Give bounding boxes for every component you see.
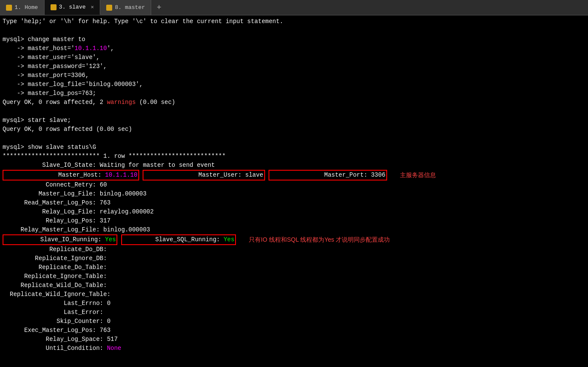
slave-io-running-value: Yes xyxy=(105,236,116,243)
slave-sql-running-row: Slave_SQL_Running: Yes xyxy=(121,234,236,245)
slave-io-state: Slave_IO_State: Waiting for master to se… xyxy=(3,161,585,170)
slave-io-running-row: Slave_IO_Running: Yes xyxy=(3,234,117,245)
separator: *************************** 1. row *****… xyxy=(3,152,585,161)
tab-master-icon xyxy=(106,5,112,11)
running-group: Slave_IO_Running: Yes Slave_SQL_Running:… xyxy=(3,234,585,245)
master-host-val-inline: 10.1.1.10 xyxy=(75,45,107,52)
blank2 xyxy=(3,107,585,116)
cm-line4: -> master_port=3306, xyxy=(3,71,585,80)
relay-log-space: Relay_Log_Space: 517 xyxy=(3,335,585,344)
replicate-do-table: Replicate_Do_Table: xyxy=(3,263,585,272)
start-slave-cmd: mysql> start slave; xyxy=(3,116,585,125)
terminal: Type 'help;' or '\h' for help. Type '\c'… xyxy=(0,15,588,367)
until-condition: Until_Condition: None xyxy=(3,344,585,353)
master-user-value: slave xyxy=(245,172,263,178)
cm-line2: -> master_user='slave', xyxy=(3,53,585,62)
replicate-do-db: Replicate_Do_DB: xyxy=(3,245,585,254)
replicate-wild-do-table: Replicate_Wild_Do_Table: xyxy=(3,281,585,290)
master-info-group: Master_Host: 10.1.1.10 Master_User: slav… xyxy=(3,170,585,181)
replicate-ignore-table: Replicate_Ignore_Table: xyxy=(3,272,585,281)
last-error: Last_Error: xyxy=(3,308,585,317)
relay-log-file: Relay_Log_File: relaylog.000002 xyxy=(3,207,585,216)
tab-slave-icon xyxy=(51,4,57,10)
tab-master-label: 8. master xyxy=(115,4,145,11)
tab-slave-close[interactable]: ✕ xyxy=(91,4,94,10)
tab-slave-label: 3. slave xyxy=(59,4,86,10)
relay-master-log-file: Relay_Master_Log_File: binlog.000003 xyxy=(3,225,585,234)
master-port-value: 3306 xyxy=(371,172,385,178)
tab-master[interactable]: 8. master xyxy=(100,0,151,15)
show-slave-cmd: mysql> show slave status\G xyxy=(3,143,585,152)
skip-counter: Skip_Counter: 0 xyxy=(3,317,585,326)
running-box: Slave_IO_Running: Yes Slave_SQL_Running:… xyxy=(3,234,236,245)
change-master-cmd: mysql> change master to xyxy=(3,35,585,44)
tab-bar: 1. Home 3. slave ✕ 8. master + xyxy=(0,0,588,15)
slave-sql-running-value: Yes xyxy=(224,236,234,243)
exec-master-log-pos: Exec_Master_Log_Pos: 763 xyxy=(3,326,585,335)
replicate-wild-ignore: Replicate_Wild_Ignore_Table: xyxy=(3,290,585,299)
last-errno: Last_Errno: 0 xyxy=(3,299,585,308)
tab-home-icon xyxy=(6,5,12,11)
master-host-row: Master_Host: 10.1.1.10 xyxy=(3,170,139,181)
master-user-row: Master_User: slave xyxy=(143,170,265,181)
annotation-running-label: 只有IO 线程和SQL 线程都为Yes 才说明同步配置成功 xyxy=(249,235,390,244)
blank3 xyxy=(3,134,585,143)
master-host-value: 10.1.1.10 xyxy=(105,172,137,178)
warnings-text: warnings xyxy=(107,99,136,106)
tab-home[interactable]: 1. Home xyxy=(0,0,45,15)
replicate-ignore-db: Replicate_Ignore_DB: xyxy=(3,254,585,263)
until-condition-value: None xyxy=(107,345,122,352)
connect-retry: Connect_Retry: 60 xyxy=(3,181,585,189)
master-log-file: Master_Log_File: binlog.000003 xyxy=(3,189,585,198)
cm-line5: -> master_log_file='binlog.000003', xyxy=(3,80,585,89)
new-tab-button[interactable]: + xyxy=(151,0,167,15)
tab-slave[interactable]: 3. slave ✕ xyxy=(45,0,101,15)
query-ok-start: Query OK, 0 rows affected (0.00 sec) xyxy=(3,125,585,134)
annotation-master-label: 主服务器信息 xyxy=(400,171,436,180)
master-port-row: Master_Port: 3306 xyxy=(269,170,387,181)
read-master-log-pos: Read_Master_Log_Pos: 763 xyxy=(3,198,585,207)
query-ok-warnings: Query OK, 0 rows affected, 2 warnings (0… xyxy=(3,98,585,107)
relay-log-pos: Relay_Log_Pos: 317 xyxy=(3,216,585,225)
cm-line3: -> master_password='123', xyxy=(3,62,585,71)
cm-line6: -> master_log_pos=763; xyxy=(3,89,585,98)
help-text: Type 'help;' or '\h' for help. Type '\c'… xyxy=(3,17,585,26)
blank1 xyxy=(3,26,585,35)
cm-line1: -> master_host='10.1.1.10', xyxy=(3,44,585,53)
tab-home-label: 1. Home xyxy=(15,4,38,11)
master-info-box: Master_Host: 10.1.1.10 Master_User: slav… xyxy=(3,170,387,181)
